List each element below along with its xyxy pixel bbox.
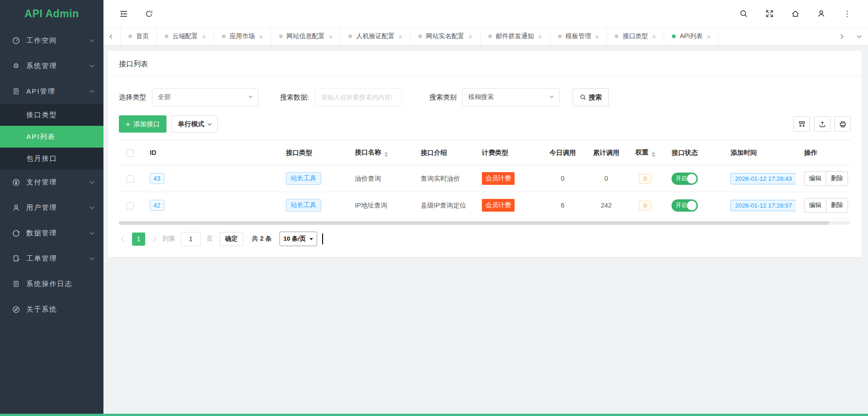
tabs-scroll-right-button[interactable] (832, 28, 850, 45)
tab-label: 网站信息配置 (287, 32, 325, 40)
tab-dot (222, 35, 226, 38)
collapse-sidebar-icon[interactable] (119, 9, 128, 18)
goto-confirm-button[interactable]: 确定 (220, 232, 243, 246)
prev-page-button[interactable] (119, 237, 128, 241)
chevron-down-icon (90, 63, 94, 68)
close-icon[interactable]: × (652, 33, 656, 40)
fullscreen-icon[interactable] (765, 9, 774, 18)
type-filter-select[interactable]: 全部 (152, 88, 259, 106)
tab-realname-config[interactable]: 网站实名配置 × (411, 28, 481, 45)
tab-app-market[interactable]: 应用市场 × (214, 28, 271, 45)
print-button[interactable] (834, 116, 851, 132)
page-title: 接口列表 (108, 51, 862, 76)
refresh-icon[interactable] (144, 9, 153, 18)
sidebar-item-workspace[interactable]: 工作空间 (0, 28, 103, 53)
delete-button[interactable]: 删除 (826, 171, 848, 186)
select-all-checkbox[interactable] (127, 149, 134, 157)
sidebar-item-api-list[interactable]: API列表 (0, 126, 103, 148)
tab-bar: 首页 云端配置 × 应用市场 × 网站信息配置 × 人机验证配置 × (103, 28, 868, 45)
goto-page-input[interactable] (181, 232, 201, 246)
user-icon[interactable] (817, 9, 826, 18)
close-icon[interactable]: × (398, 33, 402, 40)
tabs-scroll-left-button[interactable] (103, 28, 121, 45)
table-row: 42 站长工具 IP地址查询 县级IP查询定位 会员计费 6 242 0 开启 (119, 192, 851, 219)
close-icon[interactable]: × (595, 33, 599, 40)
tab-dot (558, 35, 562, 38)
table-toolbar: + 添加接口 单行模式 (108, 107, 862, 140)
tab-api-type[interactable]: 接口类型 × (607, 28, 664, 45)
sidebar-item-monthly-api[interactable]: 包月接口 (0, 148, 103, 169)
search-category-label: 搜索类别 (429, 93, 456, 102)
sidebar-item-about[interactable]: 关于系统 (0, 297, 103, 322)
created-time-badge: 2026-01-12 17:28:43 (731, 173, 796, 184)
col-type: 接口类型 (278, 140, 347, 165)
delete-button[interactable]: 删除 (826, 198, 848, 213)
close-icon[interactable]: × (707, 33, 711, 40)
tab-home[interactable]: 首页 (121, 28, 157, 45)
tab-dot (418, 35, 422, 38)
per-page-select[interactable]: 10 条/页 (280, 232, 318, 246)
export-icon (819, 120, 826, 128)
add-api-button[interactable]: + 添加接口 (119, 115, 167, 133)
row-checkbox[interactable] (127, 175, 134, 183)
api-name: 油价查询 (347, 165, 412, 192)
top-header: ⋮ (103, 0, 868, 28)
col-time: 添加时间 (722, 140, 796, 165)
scrollbar-thumb[interactable] (119, 221, 829, 225)
type-tag: 站长工具 (286, 172, 321, 185)
toggle-knob (687, 174, 696, 183)
tab-site-info[interactable]: 网站信息配置 × (271, 28, 341, 45)
type-filter-label: 选择类型 (119, 93, 146, 102)
sidebar-item-label: 用户管理 (26, 203, 90, 212)
col-weight[interactable]: 权重 (627, 140, 663, 165)
sidebar-item-workorder[interactable]: 工单管理 (0, 246, 103, 271)
tab-template-mgmt[interactable]: 模板管理 × (550, 28, 608, 45)
edit-button[interactable]: 编辑 (804, 171, 826, 186)
sidebar-item-label: 数据管理 (26, 229, 90, 238)
col-billing: 计费类型 (474, 140, 540, 165)
close-icon[interactable]: × (202, 33, 206, 40)
sidebar-item-api[interactable]: API管理 (0, 79, 103, 104)
sidebar-item-syslog[interactable]: 系统操作日志 (0, 271, 103, 297)
close-icon[interactable]: × (468, 33, 472, 40)
tabs-menu-button[interactable] (850, 28, 868, 45)
col-id: ID (142, 140, 278, 165)
sort-icon[interactable] (652, 152, 655, 157)
tab-mail-notify[interactable]: 邮件群发通知 × (481, 28, 550, 45)
id-badge: 42 (150, 200, 164, 211)
close-icon[interactable]: × (329, 33, 333, 40)
about-icon (12, 306, 20, 313)
sidebar-item-api-type[interactable]: 接口类型 (0, 104, 103, 126)
type-tag: 站长工具 (286, 199, 321, 212)
more-menu-icon[interactable]: ⋮ (843, 9, 852, 18)
sidebar-item-system[interactable]: ⚙ 系统管理 (0, 53, 103, 79)
column-settings-button[interactable] (794, 116, 810, 132)
search-category-select[interactable]: 模糊搜索 (462, 88, 560, 106)
status-toggle[interactable]: 开启 (672, 173, 698, 185)
sidebar-item-data[interactable]: 数据管理 (0, 220, 103, 246)
col-name-label: 接口名称 (355, 149, 381, 156)
search-input[interactable] (315, 88, 402, 106)
export-button[interactable] (814, 116, 830, 132)
row-mode-button[interactable]: 单行模式 (171, 115, 218, 133)
close-icon[interactable]: × (538, 33, 542, 40)
col-name[interactable]: 接口名称 (347, 140, 412, 165)
tab-api-list[interactable]: API列表 × (664, 28, 719, 45)
current-page-button[interactable]: 1 (132, 233, 145, 246)
edit-button[interactable]: 编辑 (804, 198, 826, 213)
search-button[interactable]: 搜索 (573, 88, 609, 106)
status-toggle-label: 开启 (676, 202, 687, 209)
search-icon[interactable] (739, 9, 748, 18)
sidebar-item-users[interactable]: 用户管理 (0, 195, 103, 220)
status-toggle[interactable]: 开启 (672, 199, 698, 212)
row-checkbox[interactable] (127, 202, 134, 209)
home-icon[interactable] (791, 9, 800, 18)
next-page-button[interactable] (149, 237, 158, 241)
tab-captcha-config[interactable]: 人机验证配置 × (341, 28, 411, 45)
caret-down-icon (248, 96, 253, 99)
tab-cloud-config[interactable]: 云端配置 × (157, 28, 214, 45)
close-icon[interactable]: × (259, 33, 263, 40)
sidebar-item-payment[interactable]: 支付管理 (0, 169, 103, 195)
sort-icon[interactable] (384, 152, 388, 157)
table-horizontal-scrollbar[interactable] (119, 221, 851, 225)
